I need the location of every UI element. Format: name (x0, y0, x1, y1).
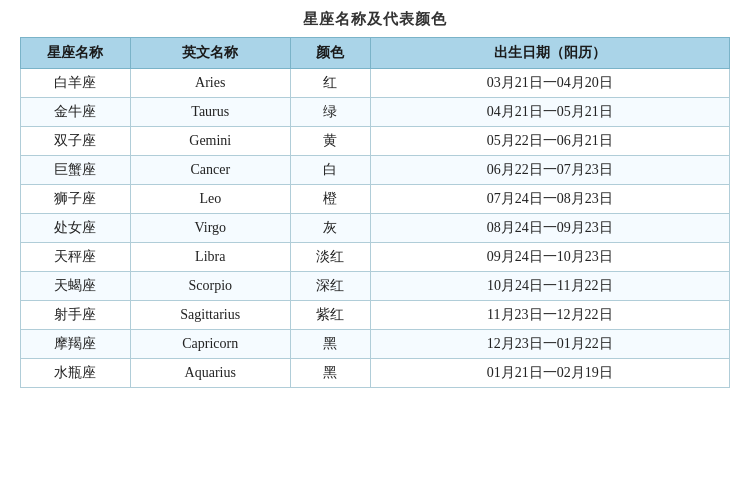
cell-date: 04月21日一05月21日 (370, 98, 729, 127)
cell-zh-name: 双子座 (21, 127, 131, 156)
cell-date: 08月24日一09月23日 (370, 214, 729, 243)
cell-date: 10月24日一11月22日 (370, 272, 729, 301)
cell-en-name: Taurus (130, 98, 290, 127)
cell-date: 12月23日一01月22日 (370, 330, 729, 359)
cell-date: 09月24日一10月23日 (370, 243, 729, 272)
cell-en-name: Gemini (130, 127, 290, 156)
cell-zh-name: 射手座 (21, 301, 131, 330)
header-color: 颜色 (290, 38, 370, 69)
header-name: 星座名称 (21, 38, 131, 69)
cell-color: 黑 (290, 330, 370, 359)
cell-date: 01月21日一02月19日 (370, 359, 729, 388)
cell-color: 黑 (290, 359, 370, 388)
table-row: 水瓶座Aquarius黑01月21日一02月19日 (21, 359, 730, 388)
cell-color: 深红 (290, 272, 370, 301)
cell-color: 黄 (290, 127, 370, 156)
header-en-name: 英文名称 (130, 38, 290, 69)
cell-color: 红 (290, 69, 370, 98)
cell-zh-name: 狮子座 (21, 185, 131, 214)
cell-date: 03月21日一04月20日 (370, 69, 729, 98)
cell-zh-name: 天秤座 (21, 243, 131, 272)
cell-en-name: Sagittarius (130, 301, 290, 330)
cell-color: 白 (290, 156, 370, 185)
cell-color: 淡红 (290, 243, 370, 272)
table-header-row: 星座名称 英文名称 颜色 出生日期（阳历） (21, 38, 730, 69)
table-row: 天蝎座Scorpio深红10月24日一11月22日 (21, 272, 730, 301)
page-title: 星座名称及代表颜色 (303, 10, 447, 29)
cell-zh-name: 处女座 (21, 214, 131, 243)
cell-zh-name: 水瓶座 (21, 359, 131, 388)
cell-zh-name: 巨蟹座 (21, 156, 131, 185)
cell-zh-name: 白羊座 (21, 69, 131, 98)
cell-en-name: Cancer (130, 156, 290, 185)
cell-en-name: Aries (130, 69, 290, 98)
table-row: 射手座Sagittarius紫红11月23日一12月22日 (21, 301, 730, 330)
cell-date: 07月24日一08月23日 (370, 185, 729, 214)
zodiac-table: 星座名称 英文名称 颜色 出生日期（阳历） 白羊座Aries红03月21日一04… (20, 37, 730, 388)
cell-color: 灰 (290, 214, 370, 243)
cell-date: 06月22日一07月23日 (370, 156, 729, 185)
table-row: 摩羯座Capricorn黑12月23日一01月22日 (21, 330, 730, 359)
cell-date: 11月23日一12月22日 (370, 301, 729, 330)
cell-en-name: Scorpio (130, 272, 290, 301)
cell-en-name: Capricorn (130, 330, 290, 359)
cell-en-name: Leo (130, 185, 290, 214)
table-row: 天秤座Libra淡红09月24日一10月23日 (21, 243, 730, 272)
table-row: 狮子座Leo橙07月24日一08月23日 (21, 185, 730, 214)
cell-zh-name: 天蝎座 (21, 272, 131, 301)
header-date: 出生日期（阳历） (370, 38, 729, 69)
cell-date: 05月22日一06月21日 (370, 127, 729, 156)
table-row: 巨蟹座Cancer白06月22日一07月23日 (21, 156, 730, 185)
cell-color: 紫红 (290, 301, 370, 330)
cell-color: 绿 (290, 98, 370, 127)
cell-zh-name: 摩羯座 (21, 330, 131, 359)
cell-en-name: Virgo (130, 214, 290, 243)
table-row: 金牛座Taurus绿04月21日一05月21日 (21, 98, 730, 127)
cell-en-name: Libra (130, 243, 290, 272)
cell-color: 橙 (290, 185, 370, 214)
cell-en-name: Aquarius (130, 359, 290, 388)
cell-zh-name: 金牛座 (21, 98, 131, 127)
table-row: 处女座Virgo灰08月24日一09月23日 (21, 214, 730, 243)
table-row: 白羊座Aries红03月21日一04月20日 (21, 69, 730, 98)
table-row: 双子座Gemini黄05月22日一06月21日 (21, 127, 730, 156)
